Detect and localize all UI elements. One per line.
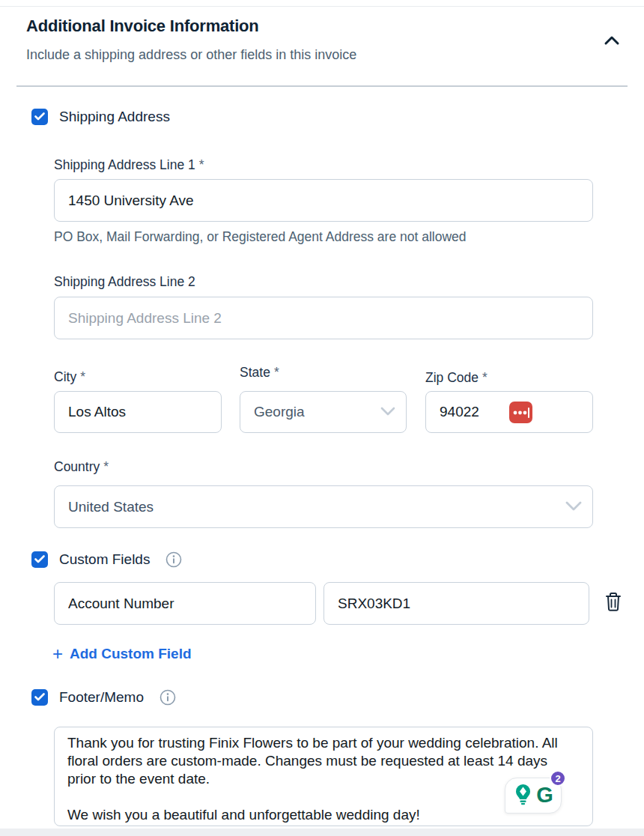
footer-memo-label: Footer/Memo xyxy=(59,689,144,706)
custom-fields-toggle-row: Custom Fields xyxy=(31,551,182,568)
footer-memo-toggle-row: Footer/Memo xyxy=(31,689,176,706)
chevron-up-icon xyxy=(604,35,620,48)
checkmark-icon xyxy=(34,553,45,566)
state-select[interactable]: Georgia xyxy=(240,391,407,433)
chevron-down-icon xyxy=(565,500,582,514)
info-icon[interactable] xyxy=(165,551,182,568)
chevron-down-icon xyxy=(380,405,395,419)
zip-label-text: Zip Code xyxy=(425,370,479,385)
shipping-line1-label-text: Shipping Address Line 1 xyxy=(54,157,195,172)
country-label: Country* xyxy=(54,459,109,475)
required-asterisk: * xyxy=(103,459,109,474)
city-input[interactable] xyxy=(54,391,222,433)
country-select-value: United States xyxy=(68,499,154,515)
zip-field-wrap xyxy=(425,391,593,433)
checkmark-icon xyxy=(34,691,45,704)
required-asterisk: * xyxy=(80,369,85,384)
info-icon[interactable] xyxy=(160,689,176,706)
page-title: Additional Invoice Information xyxy=(26,16,259,36)
shipping-line1-input[interactable] xyxy=(54,179,593,222)
custom-fields-label: Custom Fields xyxy=(59,551,150,568)
grammarly-g-icon: G xyxy=(536,784,553,806)
shipping-line1-helper-text: PO Box, Mail Forwarding, or Registered A… xyxy=(54,229,467,245)
custom-field-value-input[interactable] xyxy=(323,582,589,625)
collapse-section-button[interactable] xyxy=(601,30,623,52)
country-label-text: Country xyxy=(54,459,100,474)
custom-field-name-input[interactable] xyxy=(54,582,316,625)
page-background-strip xyxy=(0,829,644,836)
zip-label: Zip Code* xyxy=(425,370,487,386)
country-select[interactable]: United States xyxy=(54,485,593,528)
top-divider xyxy=(0,6,644,7)
add-custom-field-label: Add Custom Field xyxy=(70,646,192,662)
required-asterisk: * xyxy=(274,365,279,380)
shipping-line1-label: Shipping Address Line 1* xyxy=(54,157,204,173)
required-asterisk: * xyxy=(482,370,487,385)
trash-icon xyxy=(604,603,623,614)
shipping-line2-label: Shipping Address Line 2 xyxy=(54,274,195,290)
shipping-line2-input[interactable] xyxy=(54,297,593,339)
city-label-text: City xyxy=(54,369,76,384)
required-asterisk: * xyxy=(199,157,204,172)
section-subtitle: Include a shipping address or other fiel… xyxy=(26,47,356,63)
shipping-address-label: Shipping Address xyxy=(59,109,170,125)
grammarly-suggestion-count-badge: 2 xyxy=(550,770,566,787)
lightbulb-suggestion-icon xyxy=(513,783,533,808)
custom-fields-checkbox[interactable] xyxy=(31,551,48,568)
plus-icon: + xyxy=(52,646,63,662)
shipping-address-toggle-row: Shipping Address xyxy=(31,109,170,125)
add-custom-field-button[interactable]: + Add Custom Field xyxy=(52,646,192,662)
additional-invoice-information-panel: Additional Invoice Information Include a… xyxy=(0,0,644,836)
state-label-text: State xyxy=(240,365,270,380)
state-label: State* xyxy=(240,365,279,381)
delete-custom-field-button[interactable] xyxy=(603,591,624,614)
header-divider xyxy=(16,85,628,87)
checkmark-icon xyxy=(34,110,45,124)
footer-memo-checkbox[interactable] xyxy=(31,689,48,706)
password-manager-autofill-icon[interactable] xyxy=(509,402,532,423)
state-select-value: Georgia xyxy=(254,404,305,420)
city-label: City* xyxy=(54,369,85,385)
shipping-address-checkbox[interactable] xyxy=(31,109,48,125)
